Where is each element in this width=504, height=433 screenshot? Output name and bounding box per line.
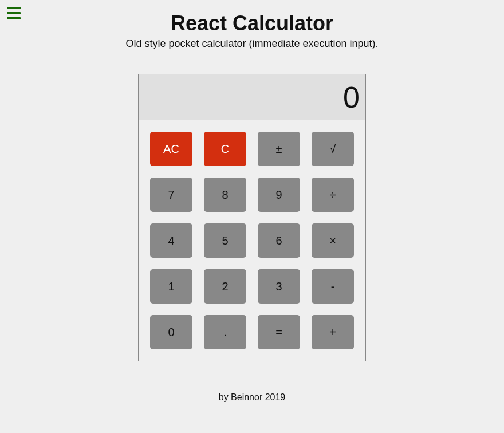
page-title: React Calculator	[0, 11, 504, 36]
add-button[interactable]: +	[312, 315, 354, 349]
clear-button[interactable]: C	[204, 132, 246, 166]
calculator-display: 0	[139, 74, 365, 120]
subtract-button[interactable]: -	[312, 269, 354, 304]
decimal-button[interactable]: .	[204, 315, 246, 349]
digit-6-button[interactable]: 6	[258, 223, 300, 258]
multiply-button[interactable]: ×	[312, 223, 354, 258]
hamburger-menu-icon[interactable]	[7, 7, 21, 19]
plus-minus-button[interactable]: ±	[258, 132, 300, 166]
footer-text: by Beinnor 2019	[0, 392, 504, 403]
calculator-keypad: ACC±√789÷456×123-0.=+	[139, 120, 365, 361]
digit-7-button[interactable]: 7	[150, 178, 192, 212]
digit-2-button[interactable]: 2	[204, 269, 246, 304]
digit-8-button[interactable]: 8	[204, 178, 246, 212]
digit-3-button[interactable]: 3	[258, 269, 300, 304]
all-clear-button[interactable]: AC	[150, 132, 192, 166]
sqrt-button[interactable]: √	[312, 132, 354, 166]
digit-9-button[interactable]: 9	[258, 178, 300, 212]
digit-5-button[interactable]: 5	[204, 223, 246, 258]
calculator: 0 ACC±√789÷456×123-0.=+	[138, 74, 366, 361]
digit-0-button[interactable]: 0	[150, 315, 192, 349]
page-subtitle: Old style pocket calculator (immediate e…	[0, 38, 504, 50]
digit-4-button[interactable]: 4	[150, 223, 192, 258]
divide-button[interactable]: ÷	[312, 178, 354, 212]
digit-1-button[interactable]: 1	[150, 269, 192, 304]
equals-button[interactable]: =	[258, 315, 300, 349]
